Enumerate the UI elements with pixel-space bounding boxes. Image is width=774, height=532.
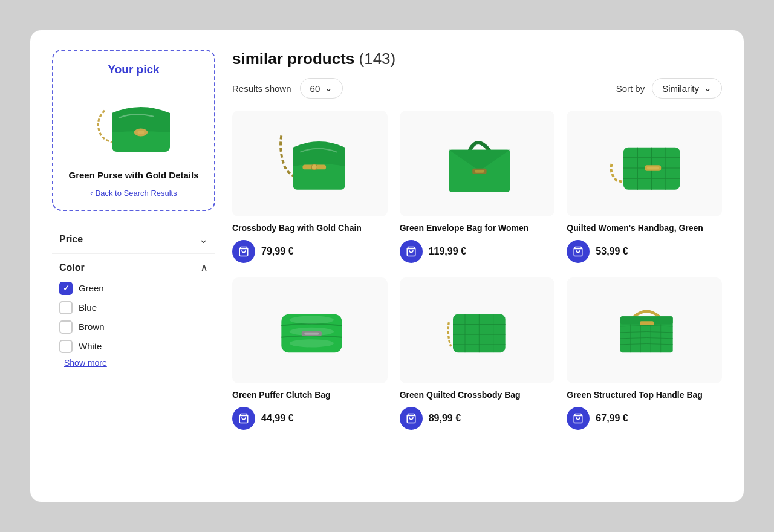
- results-shown-label: Results shown: [232, 83, 291, 94]
- svg-rect-8: [475, 170, 484, 173]
- product-card-2: Green Envelope Bag for Women 119,99 €: [400, 111, 555, 263]
- content-header: similar products (143) Results shown 60 …: [232, 50, 722, 99]
- add-to-cart-button-2[interactable]: [400, 240, 423, 263]
- color-option-green[interactable]: Green: [59, 282, 208, 295]
- product-price-row-4: 44,99 €: [232, 407, 388, 430]
- main-container: Your pick Green Purse with Gold: [30, 30, 744, 502]
- svg-point-19: [290, 316, 334, 323]
- color-filter-label: Color: [59, 262, 85, 273]
- add-to-cart-button-1[interactable]: [232, 240, 255, 263]
- product-price-6: 67,99 €: [596, 413, 628, 424]
- add-to-cart-button-5[interactable]: [400, 407, 423, 430]
- color-label-green: Green: [79, 283, 104, 293]
- color-label-blue: Blue: [79, 302, 97, 313]
- product-price-row-5: 89,99 €: [400, 407, 555, 430]
- add-to-cart-button-6[interactable]: [567, 407, 590, 430]
- filters-card: Price ⌄ Color ∧ Green: [52, 223, 215, 379]
- color-option-white[interactable]: White: [59, 340, 208, 353]
- color-label-white: White: [79, 341, 102, 351]
- product-card-5: Green Quilted Crossbody Bag 89,99 €: [400, 277, 555, 430]
- left-controls: Results shown 60 ⌄: [232, 78, 343, 99]
- color-checkbox-green[interactable]: [59, 282, 73, 295]
- color-option-blue[interactable]: Blue: [59, 301, 208, 314]
- your-pick-title: Your pick: [108, 63, 159, 76]
- color-checkbox-blue[interactable]: [59, 301, 73, 314]
- product-card-1: Crossbody Bag with Gold Chain 79,99 €: [232, 111, 388, 263]
- page-title: similar products (143): [232, 50, 722, 68]
- color-filter-section: Color ∧ Green Blue: [52, 254, 215, 377]
- product-name-5: Green Quilted Crossbody Bag: [400, 389, 555, 401]
- color-option-brown[interactable]: Brown: [59, 320, 208, 334]
- price-filter-section: Price ⌄: [52, 225, 215, 254]
- results-count-dropdown[interactable]: 60 ⌄: [300, 78, 343, 99]
- sort-dropdown[interactable]: Similarity ⌄: [652, 78, 722, 99]
- add-to-cart-button-4[interactable]: [232, 407, 255, 430]
- svg-rect-23: [305, 332, 319, 335]
- product-price-2: 119,99 €: [429, 246, 466, 257]
- products-grid: Crossbody Bag with Gold Chain 79,99 €: [232, 111, 722, 430]
- content-area: similar products (143) Results shown 60 …: [232, 50, 722, 482]
- product-price-row-6: 67,99 €: [567, 407, 722, 430]
- product-price-row-3: 53,99 €: [567, 240, 722, 263]
- product-image-1: [232, 111, 388, 216]
- color-filter-header[interactable]: Color ∧: [57, 262, 210, 273]
- product-name-6: Green Structured Top Handle Bag: [567, 389, 722, 401]
- product-price-row-2: 119,99 €: [400, 240, 555, 263]
- svg-point-21: [290, 339, 334, 347]
- svg-rect-2: [137, 131, 144, 134]
- svg-point-5: [311, 164, 317, 169]
- product-image-2: [400, 111, 555, 216]
- back-chevron-icon: ‹: [90, 189, 93, 198]
- product-price-row-1: 79,99 €: [232, 240, 388, 263]
- product-image-5: [400, 277, 555, 383]
- svg-rect-17: [647, 166, 659, 169]
- product-card-4: Green Puffer Clutch Bag 44,99 €: [232, 277, 388, 430]
- controls-row: Results shown 60 ⌄ Sort by Similarity ⌄: [232, 78, 722, 99]
- product-price-3: 53,99 €: [596, 246, 628, 257]
- pick-image-container: [82, 83, 185, 162]
- your-pick-card: Your pick Green Purse with Gold: [52, 50, 215, 211]
- product-card-6: Green Structured Top Handle Bag 67,99 €: [567, 277, 722, 430]
- product-image-4: [232, 277, 388, 383]
- pick-product-name: Green Purse with Gold Details: [68, 169, 198, 181]
- pick-product-image: [85, 86, 182, 159]
- sort-dropdown-chevron-icon: ⌄: [704, 83, 712, 94]
- product-name-3: Quilted Women's Handbag, Green: [567, 222, 722, 234]
- product-name-1: Crossbody Bag with Gold Chain: [232, 222, 388, 234]
- product-price-4: 44,99 €: [261, 413, 293, 424]
- product-name-4: Green Puffer Clutch Bag: [232, 389, 388, 401]
- svg-rect-37: [640, 321, 654, 325]
- back-to-search-link[interactable]: ‹ Back to Search Results: [90, 189, 177, 198]
- sort-by-label: Sort by: [616, 83, 645, 94]
- color-checkbox-white[interactable]: [59, 340, 73, 353]
- color-options-list: Green Blue Brown White: [57, 282, 210, 353]
- product-name-2: Green Envelope Bag for Women: [400, 222, 555, 234]
- add-to-cart-button-3[interactable]: [567, 240, 590, 263]
- product-image-6: [567, 277, 722, 383]
- product-price-5: 89,99 €: [429, 413, 461, 424]
- show-more-colors-link[interactable]: Show more: [57, 353, 114, 368]
- color-label-brown: Brown: [79, 322, 105, 332]
- sidebar: Your pick Green Purse with Gold: [52, 50, 215, 482]
- price-filter-header[interactable]: Price ⌄: [57, 234, 210, 245]
- right-controls: Sort by Similarity ⌄: [616, 78, 722, 99]
- color-chevron-icon: ∧: [200, 262, 208, 273]
- product-card-3: Quilted Women's Handbag, Green 53,99 €: [567, 111, 722, 263]
- color-checkbox-brown[interactable]: [59, 320, 73, 334]
- product-image-3: [567, 111, 722, 216]
- results-dropdown-chevron-icon: ⌄: [325, 83, 333, 94]
- product-price-1: 79,99 €: [261, 246, 293, 257]
- price-filter-label: Price: [59, 234, 83, 245]
- price-chevron-icon: ⌄: [199, 234, 208, 245]
